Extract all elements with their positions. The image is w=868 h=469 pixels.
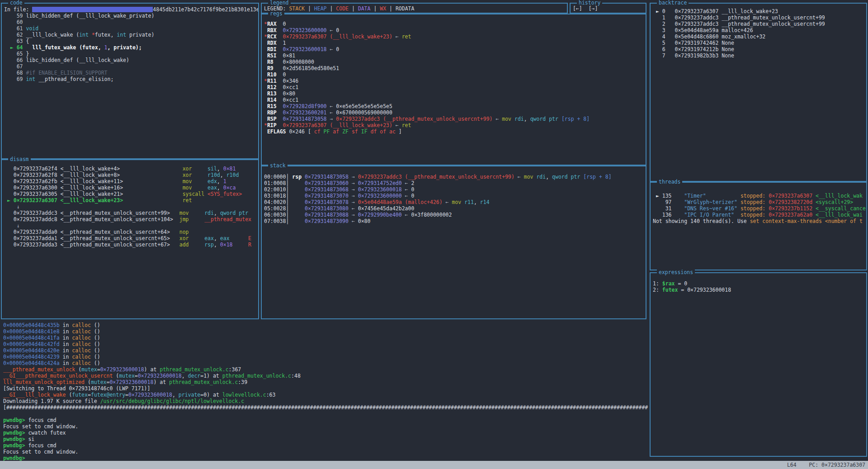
stack-line: 01:0008│ 0×729314873060 → 0×729314752ed0…: [264, 180, 646, 186]
expressions-line: 2: futex = 0×729323600018: [653, 287, 866, 293]
backtrace-line: 1 0×7293237addc3 __pthread_mutex_unlock_…: [653, 14, 866, 21]
regs-line: *RAX 0: [264, 21, 646, 27]
regs-line: R12 0×cc1: [264, 84, 646, 90]
history-back-button[interactable]: [←]: [573, 5, 582, 12]
terminal-line: [3, 411, 868, 417]
regs-line: R14 0×cc1: [264, 97, 646, 103]
regs-line: R10 0: [264, 71, 646, 78]
code-line: 63 {: [4, 38, 258, 44]
disasm-line: 0×7293237adda1 <__pthread_mutex_unlock_u…: [4, 235, 258, 242]
threads-line: 136 "IPC I/O Parent" stopped: 0×7293237a…: [653, 212, 866, 218]
regs-line: *RCX 0×7293237a6307 (__lll_lock_wake+23)…: [264, 33, 646, 40]
regs-line: RSI 0×81: [264, 52, 646, 59]
code-line: 66 libc_hidden_def (__lll_lock_wake): [4, 57, 258, 63]
terminal-line: 0×00005e04d48c41e8 in calloc (): [3, 328, 868, 335]
regs-line: R15 0×729282d8f900 ← 0×e5e5e5e5e5e5e5e5: [264, 103, 646, 109]
legend-panel-content: LEGEND: STACK | HEAP | CODE | DATA | WX …: [262, 4, 567, 13]
download-progress-bar: [#######################################…: [3, 404, 648, 411]
code-line: 62 __lll_lock_wake (int *futex, int priv…: [4, 32, 258, 38]
code-line: 61 void: [4, 25, 258, 32]
terminal-line: 0×00005e04d48c41fa in calloc (): [3, 335, 868, 341]
prompt-line: pwndbg> focus cmd: [3, 442, 868, 449]
stack-panel-content: 00:0000│ rsp 0×729314873058 → 0×7293237a…: [262, 166, 646, 318]
regs-line: R9 0×2d561850ed580e51: [264, 65, 646, 71]
terminal-line: 0×00005e04d48c420e in calloc (): [3, 347, 868, 354]
regs-line: *R11 0×346: [264, 78, 646, 84]
backtrace-panel: backtrace ► 0 0×7293237a6307 __lll_lock_…: [650, 3, 867, 182]
redacted-file-path: [32, 7, 153, 12]
disasm-line: ↓: [4, 204, 258, 210]
active-prompt-line[interactable]: pwndbg>: [3, 455, 868, 461]
regs-line: RBX 0×729323600000 ← 0: [264, 27, 646, 33]
threads-panel-content: ► 135 "Timer" stopped: 0×7293237a6307 <_…: [651, 183, 866, 270]
threads-line: 31 "DNS Res~ver #16" stopped: 0×7293237b…: [653, 205, 866, 212]
disasm-line: 0×7293237a62f8 <__lll_lock_wake+8> xor r…: [4, 172, 258, 178]
backtrace-line: 5 0×729319742462 None: [653, 40, 866, 46]
terminal-line: lll_mutex_unlock_optimized (mutex=0×7293…: [3, 379, 868, 385]
disasm-line: 0×7293237a6300 <__lll_lock_wake+16> mov …: [4, 185, 258, 191]
disasm-line: 0×7293237a6305 <__lll_lock_wake+21> sysc…: [4, 191, 258, 197]
terminal-line: Focus set to cmd window.: [3, 423, 868, 430]
backtrace-line: ► 0 0×7293237a6307 __lll_lock_wake+23: [653, 8, 866, 14]
threads-panel: threads ► 135 "Timer" stopped: 0×7293237…: [650, 182, 867, 270]
code-line: In file: 4845db211e7b42c7176f9be21b8301e…: [4, 6, 258, 13]
disasm-line: 0×7293237a62fb <__lll_lock_wake+11> mov …: [4, 178, 258, 185]
disasm-line: 0×7293237addc3 <__pthread_mutex_unlock_u…: [4, 210, 258, 216]
regs-panel: regs*RAX 0 RBX 0×729323600000 ← 0*RCX 0×…: [261, 14, 646, 166]
prompt-line: pwndbg> focus cmd: [3, 417, 868, 423]
code-line: 68 #if ENABLE_ELISION_SUPPORT: [4, 70, 258, 76]
status-bar: multi-thre Thread 0×7293148746 (cmd) In:…: [0, 461, 868, 469]
backtrace-line: 7 0×72931982b3b3 None: [653, 52, 866, 59]
legend-line: LEGEND: STACK | HEAP | CODE | DATA | WX …: [264, 5, 567, 12]
disasm-panel: disasm 0×7293237a62f4 <__lll_lock_wake+4…: [1, 159, 259, 319]
regs-line: RSP 0×729314873058 → 0×7293237addc3 (__p…: [264, 116, 646, 122]
stack-line: 06:0030│ 0×729314873088 → 0×7292990be400…: [264, 212, 646, 218]
stack-line: 05:0028│ 0×729314873080 ← 0×7456e45da42b…: [264, 205, 646, 212]
stack-line: 07:0038│ 0×729314873090 ← 0×80: [264, 218, 646, 224]
code-line: 60: [4, 19, 258, 25]
threads-line: ► 135 "Timer" stopped: 0×7293237a6307 <_…: [653, 193, 866, 199]
backtrace-panel-content: ► 0 0×7293237a6307 __lll_lock_wake+23 1 …: [651, 4, 866, 181]
terminal-line: __GI___lll_lock_wake (futex=futex@entry=…: [3, 392, 868, 398]
regs-line: RDX 1: [264, 40, 646, 46]
disasm-line: ↓: [4, 223, 258, 229]
terminal-line: 0×00005e04d48c424a in calloc (): [3, 360, 868, 366]
prompt-line: pwndbg> si: [3, 436, 868, 442]
stack-line: 04:0020│ 0×729314873078 → 0×5e04d48ae59a…: [264, 199, 646, 205]
expressions-line: 1: $rax = 0: [653, 280, 866, 287]
code-line: 67: [4, 63, 258, 70]
regs-line: *RIP 0×7293237a6307 (__lll_lock_wake+23)…: [264, 122, 646, 128]
code-panel-content: In file: 4845db211e7b42c7176f9be21b8301e…: [2, 4, 258, 158]
disasm-line: 0×7293237addc8 <__pthread_mutex_unlock_u…: [4, 216, 258, 223]
stack-line: 03:0018│ 0×729314873070 → 0×729323600000…: [264, 193, 646, 199]
terminal-line: Focus set to cmd window.: [3, 449, 868, 455]
status-bar-pc-info: L64 PC: 0×7293237a6307: [787, 461, 865, 469]
regs-line: R13 0×80: [264, 90, 646, 97]
disasm-line: 0×7293237a62f4 <__lll_lock_wake+4> xor s…: [4, 166, 258, 172]
disasm-panel-content: 0×7293237a62f4 <__lll_lock_wake+4> xor s…: [2, 160, 258, 318]
terminal-line: ___pthread_mutex_unlock (mutex=0×7293236…: [3, 366, 868, 373]
backtrace-line: 4 0×5e04d48c6860 moz_xmalloc+32: [653, 33, 866, 40]
threads-line: 97 "WrGlyph~terizer" stopped: 0×72932382…: [653, 199, 866, 205]
code-panel: codeIn file: 4845db211e7b42c7176f9be21b8…: [1, 3, 259, 159]
regs-line: R8 0×80008000: [264, 59, 646, 65]
history-forward-button[interactable]: [→]: [589, 5, 598, 12]
gdb-terminal-output[interactable]: 0×00005e04d48c435b in calloc ()0×00005e0…: [0, 319, 868, 461]
regs-line: RDI 0×729323600018 ← 0: [264, 46, 646, 52]
terminal-line: 0×00005e04d48c4239 in calloc (): [3, 354, 868, 360]
regs-panel-content: *RAX 0 RBX 0×729323600000 ← 0*RCX 0×7293…: [262, 14, 646, 165]
stack-line: 02:0010│ 0×729314873068 → 0×729323600018…: [264, 186, 646, 193]
backtrace-line: 3 0×5e04d48ae59a malloc+426: [653, 27, 866, 33]
regs-line: EFLAGS 0×246 [ cf PF af ZF sf IF df of a…: [264, 128, 646, 135]
terminal-line: __GI___pthread_mutex_unlock_usercnt (mut…: [3, 373, 868, 379]
code-line: 69 int __pthread_force_elision;: [4, 76, 258, 82]
terminal-line: Downloading 1.97 K source file /usr/src/…: [3, 398, 868, 404]
stack-line: 00:0000│ rsp 0×729314873058 → 0×7293237a…: [264, 174, 646, 180]
history-button-gap: [582, 5, 589, 12]
stack-panel: stack00:0000│ rsp 0×729314873058 → 0×729…: [261, 166, 646, 319]
disasm-line: 0×7293237adda3 <__pthread_mutex_unlock_u…: [4, 242, 258, 248]
code-line: ► 64 lll_futex_wake (futex, 1, private);: [4, 44, 258, 51]
legend-panel: legendLEGEND: STACK | HEAP | CODE | DATA…: [261, 3, 568, 14]
terminal-line: [#######################################…: [3, 404, 868, 411]
terminal-line: [Switching to Thread 0×7293148746c0 (LWP…: [3, 385, 868, 392]
